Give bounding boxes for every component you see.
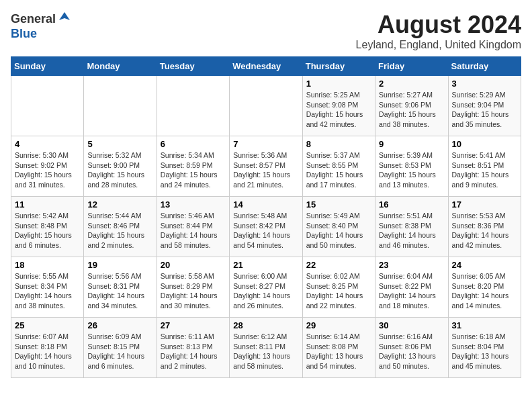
calendar-cell: 24Sunrise: 6:05 AM Sunset: 8:20 PM Dayli… xyxy=(448,257,521,318)
logo: General Blue xyxy=(11,11,71,41)
day-info: Sunrise: 5:30 AM Sunset: 9:02 PM Dayligh… xyxy=(15,150,80,190)
day-number: 15 xyxy=(306,199,371,210)
header: General Blue August 2024 Leyland, Englan… xyxy=(11,11,521,51)
day-info: Sunrise: 5:39 AM Sunset: 8:53 PM Dayligh… xyxy=(379,150,444,190)
day-info: Sunrise: 6:02 AM Sunset: 8:25 PM Dayligh… xyxy=(306,271,371,311)
calendar-cell: 9Sunrise: 5:39 AM Sunset: 8:53 PM Daylig… xyxy=(375,136,448,197)
day-info: Sunrise: 6:11 AM Sunset: 8:13 PM Dayligh… xyxy=(161,332,226,371)
day-info: Sunrise: 6:00 AM Sunset: 8:27 PM Dayligh… xyxy=(233,271,298,311)
calendar-cell xyxy=(84,76,157,136)
calendar-cell: 4Sunrise: 5:30 AM Sunset: 9:02 PM Daylig… xyxy=(11,136,84,197)
calendar-cell: 16Sunrise: 5:51 AM Sunset: 8:38 PM Dayli… xyxy=(375,197,448,257)
day-number: 9 xyxy=(379,139,444,149)
weekday-header-tuesday: Tuesday xyxy=(157,57,229,76)
weekday-header-monday: Monday xyxy=(84,57,157,76)
calendar-cell: 27Sunrise: 6:11 AM Sunset: 8:13 PM Dayli… xyxy=(157,318,229,378)
day-info: Sunrise: 5:44 AM Sunset: 8:46 PM Dayligh… xyxy=(87,211,152,250)
day-info: Sunrise: 6:05 AM Sunset: 8:20 PM Dayligh… xyxy=(452,271,517,311)
calendar-cell: 23Sunrise: 6:04 AM Sunset: 8:22 PM Dayli… xyxy=(375,257,448,318)
day-info: Sunrise: 5:55 AM Sunset: 8:34 PM Dayligh… xyxy=(15,271,80,311)
day-info: Sunrise: 6:04 AM Sunset: 8:22 PM Dayligh… xyxy=(379,271,444,311)
day-number: 1 xyxy=(306,79,371,89)
day-number: 5 xyxy=(87,139,152,149)
calendar-cell: 12Sunrise: 5:44 AM Sunset: 8:46 PM Dayli… xyxy=(84,197,157,257)
day-info: Sunrise: 6:16 AM Sunset: 8:06 PM Dayligh… xyxy=(379,332,444,371)
day-number: 25 xyxy=(15,320,80,330)
day-info: Sunrise: 6:09 AM Sunset: 8:15 PM Dayligh… xyxy=(87,332,152,371)
day-number: 26 xyxy=(87,320,152,330)
day-number: 8 xyxy=(306,139,371,149)
day-info: Sunrise: 5:29 AM Sunset: 9:04 PM Dayligh… xyxy=(452,90,517,130)
weekday-header-row: SundayMondayTuesdayWednesdayThursdayFrid… xyxy=(11,57,521,76)
day-info: Sunrise: 5:53 AM Sunset: 8:36 PM Dayligh… xyxy=(452,211,517,250)
day-number: 21 xyxy=(233,260,298,270)
weekday-header-friday: Friday xyxy=(375,57,448,76)
day-info: Sunrise: 5:36 AM Sunset: 8:57 PM Dayligh… xyxy=(233,150,298,190)
day-number: 23 xyxy=(379,260,444,270)
day-number: 18 xyxy=(15,260,80,270)
weekday-header-saturday: Saturday xyxy=(448,57,521,76)
day-number: 29 xyxy=(306,320,371,330)
calendar-cell: 15Sunrise: 5:49 AM Sunset: 8:40 PM Dayli… xyxy=(302,197,375,257)
day-number: 14 xyxy=(233,199,298,210)
calendar-cell: 8Sunrise: 5:37 AM Sunset: 8:55 PM Daylig… xyxy=(302,136,375,197)
calendar-cell: 26Sunrise: 6:09 AM Sunset: 8:15 PM Dayli… xyxy=(84,318,157,378)
day-info: Sunrise: 5:58 AM Sunset: 8:29 PM Dayligh… xyxy=(161,271,226,311)
day-info: Sunrise: 5:49 AM Sunset: 8:40 PM Dayligh… xyxy=(306,211,371,250)
weekday-header-wednesday: Wednesday xyxy=(230,57,302,76)
day-number: 31 xyxy=(452,320,517,330)
day-info: Sunrise: 5:48 AM Sunset: 8:42 PM Dayligh… xyxy=(233,211,298,250)
month-year: August 2024 xyxy=(356,11,521,39)
calendar-week-3: 11Sunrise: 5:42 AM Sunset: 8:48 PM Dayli… xyxy=(11,197,521,257)
calendar-cell: 13Sunrise: 5:46 AM Sunset: 8:44 PM Dayli… xyxy=(157,197,229,257)
day-number: 2 xyxy=(379,79,444,89)
day-number: 28 xyxy=(233,320,298,330)
logo-bird-icon xyxy=(58,11,71,24)
day-number: 22 xyxy=(306,260,371,270)
day-number: 3 xyxy=(452,79,517,89)
logo-blue-text: Blue xyxy=(11,28,71,41)
calendar-cell: 30Sunrise: 6:16 AM Sunset: 8:06 PM Dayli… xyxy=(375,318,448,378)
day-info: Sunrise: 5:25 AM Sunset: 9:08 PM Dayligh… xyxy=(306,90,371,130)
calendar-cell: 29Sunrise: 6:14 AM Sunset: 8:08 PM Dayli… xyxy=(302,318,375,378)
day-number: 7 xyxy=(233,139,298,149)
calendar-cell: 25Sunrise: 6:07 AM Sunset: 8:18 PM Dayli… xyxy=(11,318,84,378)
day-info: Sunrise: 5:46 AM Sunset: 8:44 PM Dayligh… xyxy=(161,211,226,250)
calendar-cell xyxy=(157,76,229,136)
calendar-cell xyxy=(11,76,84,136)
day-info: Sunrise: 5:37 AM Sunset: 8:55 PM Dayligh… xyxy=(306,150,371,190)
day-number: 24 xyxy=(452,260,517,270)
calendar-table: SundayMondayTuesdayWednesdayThursdayFrid… xyxy=(11,56,521,378)
calendar-week-4: 18Sunrise: 5:55 AM Sunset: 8:34 PM Dayli… xyxy=(11,257,521,318)
day-number: 27 xyxy=(161,320,226,330)
day-number: 10 xyxy=(452,139,517,149)
calendar-cell: 3Sunrise: 5:29 AM Sunset: 9:04 PM Daylig… xyxy=(448,76,521,136)
day-number: 17 xyxy=(452,199,517,210)
calendar-cell: 10Sunrise: 5:41 AM Sunset: 8:51 PM Dayli… xyxy=(448,136,521,197)
weekday-header-sunday: Sunday xyxy=(11,57,84,76)
calendar-cell: 11Sunrise: 5:42 AM Sunset: 8:48 PM Dayli… xyxy=(11,197,84,257)
svg-marker-0 xyxy=(59,12,70,20)
day-info: Sunrise: 6:18 AM Sunset: 8:04 PM Dayligh… xyxy=(452,332,517,371)
calendar-cell: 20Sunrise: 5:58 AM Sunset: 8:29 PM Dayli… xyxy=(157,257,229,318)
day-number: 16 xyxy=(379,199,444,210)
logo-general-text: General xyxy=(11,13,56,26)
day-info: Sunrise: 5:42 AM Sunset: 8:48 PM Dayligh… xyxy=(15,211,80,250)
calendar-cell: 1Sunrise: 5:25 AM Sunset: 9:08 PM Daylig… xyxy=(302,76,375,136)
calendar-cell: 2Sunrise: 5:27 AM Sunset: 9:06 PM Daylig… xyxy=(375,76,448,136)
day-info: Sunrise: 5:27 AM Sunset: 9:06 PM Dayligh… xyxy=(379,90,444,130)
calendar-week-2: 4Sunrise: 5:30 AM Sunset: 9:02 PM Daylig… xyxy=(11,136,521,197)
day-info: Sunrise: 6:14 AM Sunset: 8:08 PM Dayligh… xyxy=(306,332,371,371)
calendar-cell: 31Sunrise: 6:18 AM Sunset: 8:04 PM Dayli… xyxy=(448,318,521,378)
day-info: Sunrise: 5:32 AM Sunset: 9:00 PM Dayligh… xyxy=(87,150,152,190)
day-number: 13 xyxy=(161,199,226,210)
calendar-cell: 21Sunrise: 6:00 AM Sunset: 8:27 PM Dayli… xyxy=(230,257,302,318)
calendar-cell: 7Sunrise: 5:36 AM Sunset: 8:57 PM Daylig… xyxy=(230,136,302,197)
calendar-cell: 19Sunrise: 5:56 AM Sunset: 8:31 PM Dayli… xyxy=(84,257,157,318)
calendar-cell xyxy=(230,76,302,136)
day-info: Sunrise: 6:12 AM Sunset: 8:11 PM Dayligh… xyxy=(233,332,298,371)
weekday-header-thursday: Thursday xyxy=(302,57,375,76)
day-info: Sunrise: 5:41 AM Sunset: 8:51 PM Dayligh… xyxy=(452,150,517,190)
day-number: 11 xyxy=(15,199,80,210)
calendar-cell: 22Sunrise: 6:02 AM Sunset: 8:25 PM Dayli… xyxy=(302,257,375,318)
